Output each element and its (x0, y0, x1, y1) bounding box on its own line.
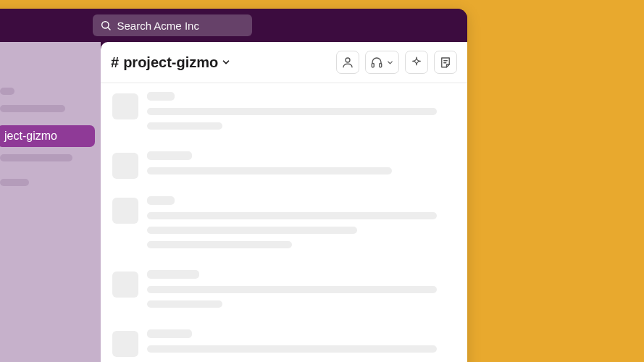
message-placeholder (112, 192, 456, 266)
notes-button[interactable] (434, 51, 457, 74)
placeholder-line (147, 167, 392, 174)
placeholder-line (147, 329, 192, 338)
placeholder-line (147, 300, 222, 308)
channel-title-button[interactable]: # project-gizmo (111, 54, 231, 71)
sidebar-placeholder-list (0, 154, 101, 196)
sidebar-placeholder (0, 154, 72, 161)
members-button[interactable] (336, 51, 359, 74)
search-input[interactable]: Search Acme Inc (93, 14, 252, 36)
message-placeholder (112, 325, 456, 362)
search-icon (100, 20, 112, 31)
sidebar: Inc ject-gizmo (0, 42, 101, 362)
channel-name: project-gizmo (123, 54, 218, 71)
chevron-down-icon (221, 57, 231, 67)
placeholder-line (147, 108, 437, 115)
note-icon (439, 56, 452, 69)
placeholder-line (147, 241, 292, 248)
person-icon (341, 56, 354, 69)
avatar (112, 93, 138, 119)
sidebar-item-project-gizmo[interactable]: ject-gizmo (0, 125, 95, 147)
sparkle-icon (410, 56, 423, 69)
placeholder-line (147, 286, 437, 293)
placeholder-line (147, 212, 437, 219)
sidebar-placeholder-list (0, 88, 101, 122)
placeholder-line (147, 270, 199, 279)
hash-icon: # (111, 54, 119, 71)
placeholder-line (147, 92, 175, 101)
avatar (112, 272, 138, 298)
placeholder-line (147, 196, 175, 205)
avatar (112, 198, 138, 224)
main-panel: # project-gizmo (101, 42, 467, 362)
message-list (101, 83, 467, 362)
top-bar: Search Acme Inc (0, 9, 467, 42)
canvas-button[interactable] (405, 51, 428, 74)
avatar (112, 153, 138, 179)
message-placeholder (112, 88, 456, 147)
sidebar-item-label: ject-gizmo (4, 130, 57, 143)
search-placeholder: Search Acme Inc (117, 20, 199, 32)
svg-line-1 (107, 28, 109, 30)
workspace-switcher[interactable]: Inc (0, 55, 101, 88)
sidebar-placeholder (0, 105, 65, 112)
avatar (112, 331, 138, 357)
placeholder-line (147, 122, 222, 130)
message-placeholder (112, 266, 456, 325)
placeholder-line (147, 345, 437, 353)
message-placeholder (112, 147, 456, 192)
app-window: Search Acme Inc Inc jec (0, 9, 467, 362)
sidebar-placeholder (0, 88, 14, 95)
headphones-icon (370, 56, 383, 69)
sidebar-placeholder (0, 179, 29, 186)
placeholder-line (147, 151, 192, 160)
placeholder-line (147, 227, 357, 234)
channel-header: # project-gizmo (101, 42, 467, 83)
svg-rect-4 (380, 64, 382, 67)
svg-rect-3 (372, 64, 374, 67)
svg-point-2 (346, 58, 350, 62)
huddle-button[interactable] (365, 51, 399, 74)
chevron-down-icon (386, 59, 394, 67)
